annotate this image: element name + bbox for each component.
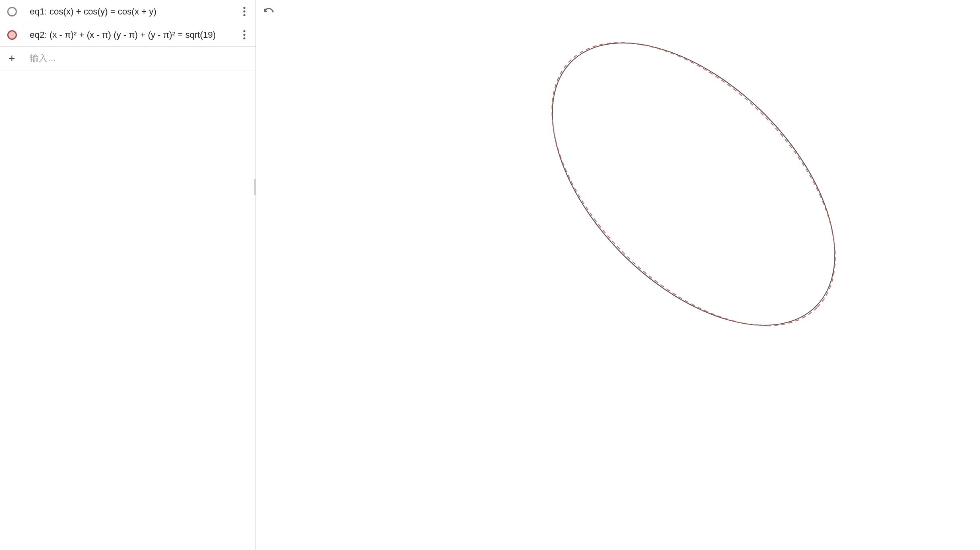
- plot-canvas[interactable]: [256, 0, 980, 550]
- graphics-view[interactable]: [256, 0, 980, 550]
- input-field[interactable]: 输入…: [24, 47, 252, 70]
- visibility-toggle-eq2[interactable]: [0, 23, 24, 46]
- new-input-row[interactable]: + 输入…: [0, 47, 255, 70]
- curve-eq2: [501, 0, 887, 377]
- equation-text[interactable]: eq1: cos(x) + cos(y) = cos(x + y): [24, 1, 236, 23]
- plus-icon: +: [8, 53, 15, 64]
- algebra-panel: eq1: cos(x) + cos(y) = cos(x + y) eq2: (…: [0, 0, 256, 550]
- equation-row-2[interactable]: eq2: (x - π)² + (x - π) (y - π) + (y - π…: [0, 23, 255, 47]
- equation-menu-button[interactable]: [236, 30, 252, 39]
- add-object-button[interactable]: +: [0, 47, 24, 70]
- circle-icon: [7, 30, 17, 40]
- more-vert-icon: [243, 7, 245, 16]
- circle-icon: [7, 7, 17, 16]
- equation-row-1[interactable]: eq1: cos(x) + cos(y) = cos(x + y): [0, 0, 255, 23]
- more-vert-icon: [243, 30, 245, 39]
- equation-text[interactable]: eq2: (x - π)² + (x - π) (y - π) + (y - π…: [24, 24, 236, 46]
- visibility-toggle-eq1[interactable]: [0, 0, 24, 23]
- equation-menu-button[interactable]: [236, 7, 252, 16]
- curve-eq1: [501, 0, 887, 377]
